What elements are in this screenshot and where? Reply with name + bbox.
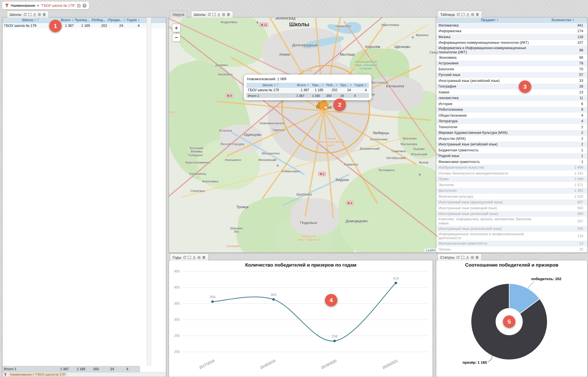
subjects-row[interactable]: Иностранный язык (немецкий язык) 550 [436,205,587,211]
subjects-row[interactable]: Экономика 88 [436,55,587,61]
refresh-icon[interactable] [207,13,211,16]
trash-icon[interactable] [475,256,479,259]
tab-years[interactable]: Годы [170,254,209,261]
gear-icon[interactable] [197,256,201,259]
subject-count: 257 [544,219,587,223]
column-header[interactable]: Пре... [339,83,353,87]
map-panel[interactable]: ЗеленоградАндреевкаМ-11✈ЧеркизовоИвантее… [169,17,438,253]
subjects-row[interactable]: Астрономия 78 [436,61,587,67]
subjects-row[interactable]: Литература 4 [436,119,587,125]
subjects-row[interactable]: лингвистика 11 [436,95,587,101]
column-header[interactable]: Количество [543,18,583,22]
subjects-row[interactable]: Искусство (МХК) 2 [436,136,587,142]
subjects-row[interactable]: История 6 [436,101,587,107]
column-header[interactable]: Всего [295,83,311,87]
trash-icon[interactable] [476,13,479,16]
subjects-row[interactable]: Комплекс: информатика, физика, математик… [436,217,587,226]
subjects-row[interactable]: Робототехника 6 [436,107,587,113]
subjects-row[interactable]: Иностранный язык (итальянский язык) 255 [436,226,587,232]
download-icon[interactable] [33,13,36,16]
download-icon[interactable] [192,256,196,259]
gear-icon[interactable] [222,13,225,16]
expand-icon[interactable] [28,13,32,16]
subjects-row[interactable]: Латынь 10 [436,247,587,252]
data-point[interactable] [395,282,397,284]
subjects-row[interactable]: Бюджетная грамотность 1 [436,147,587,153]
column-header[interactable]: Поб... [325,83,339,87]
column-header[interactable]: Годов [125,18,141,23]
map-zoom-out-button[interactable]: − [172,33,181,42]
subjects-row[interactable]: Право 2 049 [436,176,587,182]
subjects-row[interactable]: Информационные технологии в профессионал… [436,232,587,241]
subjects-row[interactable]: Иностранный язык (китайский язык) 2 [436,142,587,148]
leaflet-attribution[interactable]: Leaflet [424,249,437,252]
tab-schools[interactable]: Школы [7,11,49,18]
column-header[interactable]: Всего [59,18,75,23]
subjects-row[interactable]: Изобразительное искусство 2 486 [436,165,587,171]
subjects-row[interactable]: Иностранный язык (английский язык) 33 [436,78,587,84]
subjects-row[interactable]: Экология 1 571 [436,182,587,188]
subjects-row[interactable]: Информационно-коммуникационные технологи… [436,40,587,46]
trash-icon[interactable] [202,256,206,259]
subjects-row[interactable]: Физическая культура 1 023 [436,194,587,200]
tab-map-schools[interactable]: Школы [191,11,233,18]
data-point[interactable] [211,300,214,303]
column-header[interactable]: При... [311,83,325,87]
subjects-row[interactable]: Физика 128 [436,34,587,40]
column-header[interactable]: Предмет [436,18,543,22]
subject-name: Литература [436,119,544,124]
refresh-icon[interactable] [456,256,460,259]
subjects-row[interactable]: Обществознание 4 [436,113,587,119]
schools-table-row[interactable]: ГБОУ школа № 1791 3671 165202244 [3,23,166,29]
gear-icon[interactable] [38,13,41,16]
remove-filter-icon[interactable]: ✕ [83,4,86,8]
expand-icon[interactable] [188,256,191,259]
refresh-icon[interactable] [23,13,27,16]
subjects-row[interactable]: Русский язык 57 [436,72,587,78]
subjects-row[interactable]: Мировая Художественная Культура (МХК) 2 [436,130,587,136]
subjects-row[interactable]: Биология 70 [436,66,587,72]
sort-icon [107,19,109,21]
subjects-row[interactable]: Информатика 174 [436,29,587,34]
subjects-row[interactable]: Иностранный язык (испанский язык) 483 [436,211,587,217]
subjects-row[interactable]: филология 1 392 [436,188,587,194]
subjects-row[interactable]: Математика 441 [436,23,587,29]
gear-icon[interactable] [470,256,474,259]
map-zoom-in-button[interactable]: + [172,24,181,32]
line-chart[interactable]: 4504003503002502003562017/20183632018/20… [169,260,432,376]
column-header[interactable]: Побед... [92,18,109,23]
tab-statuses[interactable]: Статусы [437,254,482,261]
data-point[interactable] [272,298,275,301]
tab-table[interactable]: Таблица [437,11,482,18]
expand-icon[interactable] [461,13,465,16]
expand-icon[interactable] [212,13,216,16]
refresh-icon[interactable] [456,13,460,16]
popup-table-row[interactable]: ГБОУ школа № 1791 3671 165202244 [246,88,369,93]
data-point[interactable] [333,340,336,342]
download-icon[interactable] [217,13,221,16]
filter-chip[interactable]: Наименование = "ГБОУ школа № 179" [8,373,68,376]
subjects-row[interactable]: Финансовая грамотность 1 [436,159,587,165]
trash-icon[interactable] [42,13,46,16]
save-filter-icon[interactable] [77,4,81,8]
subjects-row[interactable]: Родной язык 1 [436,153,587,159]
schools-scrollbar[interactable] [147,18,151,366]
trash-icon[interactable] [227,13,230,16]
refresh-icon[interactable] [183,256,186,259]
download-icon[interactable] [466,13,470,16]
subjects-row[interactable]: Технология 2 [436,124,587,130]
expand-icon[interactable] [461,256,465,259]
column-header[interactable]: Призер... [75,18,92,23]
subjects-row[interactable]: География 28 [436,84,587,90]
column-header[interactable]: Школа [246,83,295,87]
gear-icon[interactable] [471,13,474,16]
subjects-row[interactable]: Основы безопасности жизнедеятельности 2 … [436,171,587,176]
column-header[interactable]: Предм... [109,18,125,23]
subjects-row[interactable]: Информатика и Информационно-коммуникацио… [436,46,587,55]
tab-okruga[interactable]: Округа [170,11,187,18]
subjects-row[interactable]: Функциональная грамотность 13 [436,241,587,247]
subjects-row[interactable]: Иностранный язык (французский язык) 807 [436,200,587,206]
column-header[interactable]: Годов [353,83,368,87]
download-icon[interactable] [466,256,469,259]
subjects-row[interactable]: Химия 23 [436,90,587,95]
